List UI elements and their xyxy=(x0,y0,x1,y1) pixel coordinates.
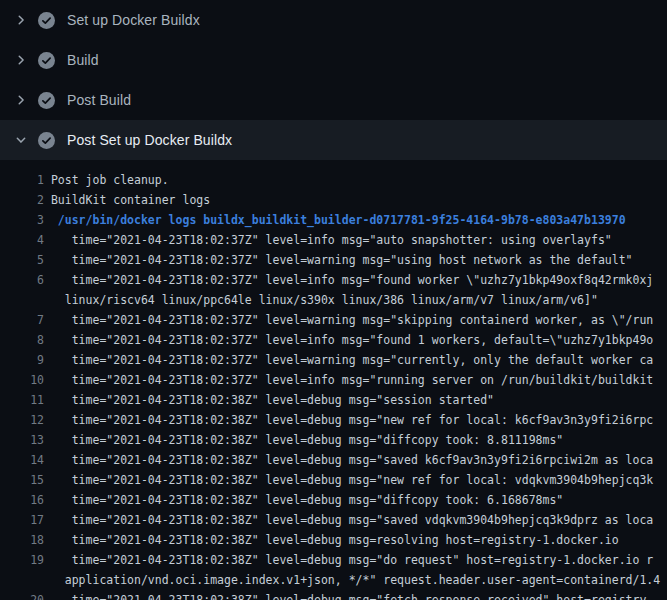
log-line-number[interactable]: 17 xyxy=(0,510,44,530)
step-header-post-set-up-docker-buildx[interactable]: Post Set up Docker Buildx xyxy=(0,120,667,160)
log-line-number[interactable] xyxy=(0,570,44,590)
check-circle-icon xyxy=(38,12,55,29)
command-line-text: /usr/bin/docker logs buildx_buildkit_bui… xyxy=(44,210,667,230)
log-line-text: time="2021-04-23T18:02:38Z" level=debug … xyxy=(44,430,667,450)
log-group-toggle[interactable]: BuildKit container logs▼ xyxy=(44,190,667,210)
step-title: Set up Docker Buildx xyxy=(67,12,200,28)
log-line-number[interactable] xyxy=(0,290,44,310)
log-line: 9 time="2021-04-23T18:02:37Z" level=warn… xyxy=(0,350,667,370)
log-line-text: time="2021-04-23T18:02:38Z" level=debug … xyxy=(44,490,667,510)
log-line: 20 time="2021-04-23T18:02:38Z" level=deb… xyxy=(0,590,667,600)
log-line-text: time="2021-04-23T18:02:38Z" level=debug … xyxy=(44,390,667,410)
log-line: 15 time="2021-04-23T18:02:38Z" level=deb… xyxy=(0,470,667,490)
log-line-text: time="2021-04-23T18:02:38Z" level=debug … xyxy=(44,550,667,570)
log-line-text: time="2021-04-23T18:02:37Z" level=warnin… xyxy=(44,350,667,370)
step-title: Post Build xyxy=(67,92,131,108)
chevron-right-icon xyxy=(13,52,29,68)
log-line: 19 time="2021-04-23T18:02:38Z" level=deb… xyxy=(0,550,667,570)
log-line-text: Post job cleanup. xyxy=(44,170,667,190)
log-line-number[interactable]: 8 xyxy=(0,330,44,350)
log-line: 2 BuildKit container logs▼ xyxy=(0,190,667,210)
log-line-text: time="2021-04-23T18:02:38Z" level=debug … xyxy=(44,530,667,550)
log-line: 13 time="2021-04-23T18:02:38Z" level=deb… xyxy=(0,430,667,450)
step-title: Post Set up Docker Buildx xyxy=(67,132,232,148)
log-line-text: time="2021-04-23T18:02:38Z" level=debug … xyxy=(44,470,667,490)
log-line-number[interactable]: 2 xyxy=(0,190,44,210)
log-line-number[interactable]: 9 xyxy=(0,350,44,370)
steps-list: Set up Docker Buildx Build P xyxy=(0,0,667,160)
log-line-number[interactable]: 3 xyxy=(0,210,44,230)
log-area: 1 Post job cleanup. 2 BuildKit container… xyxy=(0,160,667,600)
log-line: 6 time="2021-04-23T18:02:37Z" level=info… xyxy=(0,270,667,290)
log-line-text: time="2021-04-23T18:02:38Z" level=debug … xyxy=(44,450,667,470)
chevron-right-icon xyxy=(13,12,29,28)
log-line-number[interactable]: 15 xyxy=(0,470,44,490)
log-line-text: time="2021-04-23T18:02:37Z" level=info m… xyxy=(44,370,667,390)
log-line-text: time="2021-04-23T18:02:37Z" level=info m… xyxy=(44,230,667,250)
log-line-number[interactable]: 13 xyxy=(0,430,44,450)
step-header-set-up-docker-buildx[interactable]: Set up Docker Buildx xyxy=(0,0,667,40)
actions-log-viewer: Set up Docker Buildx Build P xyxy=(0,0,667,600)
log-line: linux/riscv64 linux/ppc64le linux/s390x … xyxy=(0,290,667,310)
log-line: 5 time="2021-04-23T18:02:37Z" level=warn… xyxy=(0,250,667,270)
log-line-text: time="2021-04-23T18:02:38Z" level=debug … xyxy=(44,510,667,530)
log-line: application/vnd.oci.image.index.v1+json,… xyxy=(0,570,667,590)
log-line-text: time="2021-04-23T18:02:37Z" level=info m… xyxy=(44,330,667,350)
log-line: 1 Post job cleanup. xyxy=(0,170,667,190)
check-circle-icon xyxy=(38,132,55,149)
log-line-text: application/vnd.oci.image.index.v1+json,… xyxy=(44,570,667,590)
log-line: 4 time="2021-04-23T18:02:37Z" level=info… xyxy=(0,230,667,250)
log-line: 14 time="2021-04-23T18:02:38Z" level=deb… xyxy=(0,450,667,470)
log-line-number[interactable]: 16 xyxy=(0,490,44,510)
log-line-number[interactable]: 20 xyxy=(0,590,44,600)
log-line-text: time="2021-04-23T18:02:37Z" level=warnin… xyxy=(44,310,667,330)
step-header-post-build[interactable]: Post Build xyxy=(0,80,667,120)
log-line-number[interactable]: 19 xyxy=(0,550,44,570)
log-line-number[interactable]: 7 xyxy=(0,310,44,330)
log-line: 3 /usr/bin/docker logs buildx_buildkit_b… xyxy=(0,210,667,230)
log-line: 10 time="2021-04-23T18:02:37Z" level=inf… xyxy=(0,370,667,390)
log-line-text: time="2021-04-23T18:02:37Z" level=warnin… xyxy=(44,250,667,270)
log-line-number[interactable]: 5 xyxy=(0,250,44,270)
log-line: 7 time="2021-04-23T18:02:37Z" level=warn… xyxy=(0,310,667,330)
check-circle-icon xyxy=(38,52,55,69)
log-line-number[interactable]: 12 xyxy=(0,410,44,430)
log-line-number[interactable]: 18 xyxy=(0,530,44,550)
log-line-number[interactable]: 1 xyxy=(0,170,44,190)
step-header-build[interactable]: Build xyxy=(0,40,667,80)
log-line-number[interactable]: 6 xyxy=(0,270,44,290)
log-line-text: time="2021-04-23T18:02:37Z" level=info m… xyxy=(44,270,667,290)
log-line-number[interactable]: 4 xyxy=(0,230,44,250)
log-line-text: linux/riscv64 linux/ppc64le linux/s390x … xyxy=(44,290,667,310)
log-line-number[interactable]: 11 xyxy=(0,390,44,410)
log-line: 17 time="2021-04-23T18:02:38Z" level=deb… xyxy=(0,510,667,530)
log-line: 11 time="2021-04-23T18:02:38Z" level=deb… xyxy=(0,390,667,410)
check-circle-icon xyxy=(38,92,55,109)
log-line-number[interactable]: 10 xyxy=(0,370,44,390)
log-line-text: time="2021-04-23T18:02:38Z" level=debug … xyxy=(44,590,667,600)
log-line: 8 time="2021-04-23T18:02:37Z" level=info… xyxy=(0,330,667,350)
step-title: Build xyxy=(67,52,99,68)
chevron-down-icon xyxy=(13,132,29,148)
chevron-right-icon xyxy=(13,92,29,108)
log-line: 16 time="2021-04-23T18:02:38Z" level=deb… xyxy=(0,490,667,510)
log-line-number[interactable]: 14 xyxy=(0,450,44,470)
log-line-text: time="2021-04-23T18:02:38Z" level=debug … xyxy=(44,410,667,430)
log-line: 12 time="2021-04-23T18:02:38Z" level=deb… xyxy=(0,410,667,430)
log-line: 18 time="2021-04-23T18:02:38Z" level=deb… xyxy=(0,530,667,550)
